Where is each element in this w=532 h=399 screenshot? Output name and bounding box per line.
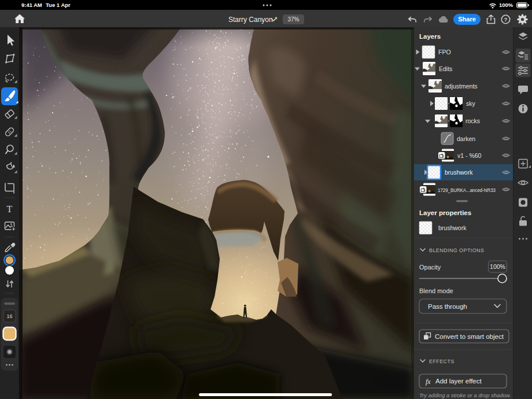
svg-text:Try adding a stroke or a drop: Try adding a stroke or a drop shadow. bbox=[419, 392, 511, 398]
svg-text:Layers: Layers bbox=[419, 33, 441, 40]
svg-text:fx: fx bbox=[426, 378, 431, 386]
svg-text:16: 16 bbox=[6, 313, 12, 319]
svg-text:Blend mode: Blend mode bbox=[419, 287, 453, 294]
svg-text:Opacity: Opacity bbox=[419, 264, 441, 271]
svg-text:brushwork: brushwork bbox=[445, 169, 473, 176]
svg-text:Layer properties: Layer properties bbox=[419, 209, 471, 216]
svg-text:brushwork: brushwork bbox=[438, 224, 467, 231]
svg-text:sky: sky bbox=[466, 100, 476, 107]
svg-text:1729_BURKA...anced-NR33: 1729_BURKA...anced-NR33 bbox=[438, 187, 496, 193]
svg-text:rocks: rocks bbox=[466, 117, 480, 124]
svg-text:BLENDING OPTIONS: BLENDING OPTIONS bbox=[429, 247, 484, 253]
svg-text:adjustments: adjustments bbox=[445, 83, 478, 90]
svg-text:100%: 100% bbox=[490, 263, 505, 270]
svg-text:Add layer effect: Add layer effect bbox=[435, 378, 482, 385]
svg-text:FPO: FPO bbox=[438, 49, 451, 56]
svg-text:EFFECTS: EFFECTS bbox=[429, 359, 455, 364]
svg-text:Edits: Edits bbox=[439, 65, 452, 72]
svg-text:darken: darken bbox=[457, 135, 475, 142]
svg-text:Convert to smart object: Convert to smart object bbox=[435, 333, 504, 340]
svg-text:Pass through: Pass through bbox=[428, 303, 467, 310]
svg-text:?: ? bbox=[504, 16, 508, 23]
svg-text:v1 - %60: v1 - %60 bbox=[457, 152, 482, 159]
svg-text:T: T bbox=[7, 204, 13, 214]
